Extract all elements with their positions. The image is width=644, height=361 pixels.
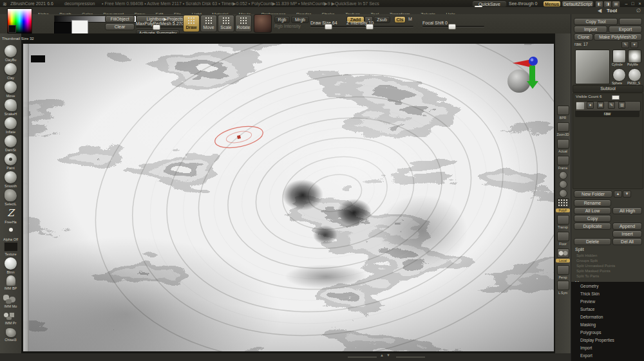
secondary-color-swatch[interactable] — [71, 20, 88, 34]
sculpt-icon[interactable]: ✎ — [608, 102, 615, 109]
section-deformation[interactable]: Deformation — [580, 315, 603, 319]
eye-icon[interactable]: ● — [587, 102, 594, 109]
fillobject-button[interactable]: FillObject — [105, 15, 135, 23]
close-button[interactable]: × — [637, 1, 643, 6]
draw-mode-button[interactable]: Draw — [183, 15, 200, 32]
uv-icon[interactable]: ▥ — [618, 102, 625, 109]
frame-button[interactable]: Frame — [555, 156, 571, 170]
subtool-name[interactable]: raw — [575, 111, 639, 117]
actual-size-button[interactable]: Actual — [555, 139, 571, 153]
panel-circle-icon[interactable]: ∅ — [636, 7, 641, 14]
clone-button[interactable]: Clone — [574, 33, 593, 41]
subtool-section-header[interactable]: Subtool — [573, 85, 643, 93]
recent-tool-sphere[interactable] — [612, 68, 626, 82]
lsym-button[interactable]: L.Sym — [555, 281, 571, 295]
active-tool-thumbnail[interactable] — [575, 50, 610, 84]
recent-tool-pm3d-sphere[interactable] — [628, 68, 641, 82]
brush-slot-icon[interactable]: ✎ — [621, 41, 629, 48]
local-button[interactable]: Local — [555, 248, 571, 263]
stroke-freehand[interactable]: ZFreeHa — [0, 207, 21, 224]
zoom3d-button[interactable]: Zoom3D — [555, 122, 571, 136]
brush-inflate[interactable]: Inflate — [0, 117, 21, 134]
append-button[interactable]: Append — [612, 223, 642, 230]
brush-claybuildup[interactable]: ClayBu — [0, 45, 21, 62]
brush-imm-modeler[interactable]: IMM Mo — [0, 293, 21, 308]
persp-button[interactable]: Persp — [555, 265, 571, 279]
subtool-down-icon[interactable]: ▼ — [623, 190, 631, 198]
all-high-button[interactable]: All High — [612, 207, 642, 214]
brush-select-lasso[interactable]: SelectL — [0, 189, 21, 206]
minimize-button[interactable]: – — [623, 1, 629, 6]
polypaint-icon[interactable]: ▤ — [597, 102, 604, 109]
brush-smooth[interactable]: Smooth — [0, 171, 21, 188]
duplicate-button[interactable]: Duplicate — [574, 223, 611, 230]
rename-button[interactable]: Rename — [574, 199, 611, 207]
section-surface[interactable]: Surface — [580, 307, 594, 311]
scale-mode-button[interactable]: Scale — [218, 15, 234, 32]
rgb-button[interactable]: Rgb — [274, 16, 290, 23]
menus-button[interactable]: Menus — [543, 1, 561, 7]
recent-tool-cylinder[interactable] — [612, 50, 626, 63]
section-display-properties[interactable]: Display Properties — [580, 338, 614, 342]
current-color-swatch[interactable] — [8, 25, 16, 33]
section-masking[interactable]: Masking — [580, 322, 596, 327]
rotate-mode-button[interactable]: Rotate — [235, 15, 252, 32]
restore-button[interactable]: □ — [630, 1, 636, 6]
export-button[interactable]: Export — [609, 26, 642, 33]
sculpt-canvas[interactable] — [23, 44, 554, 351]
insert-button[interactable]: Insert — [612, 230, 642, 237]
brush-clay[interactable]: Clay — [0, 63, 21, 80]
clear-button[interactable]: Clear — [105, 23, 135, 30]
trash-icon[interactable]: ▾ — [630, 41, 638, 48]
section-import[interactable]: Import — [580, 346, 592, 350]
material-thumbnail[interactable] — [254, 14, 272, 33]
brush-paint[interactable]: Paint — [0, 153, 21, 170]
paste-tool-button[interactable] — [619, 18, 642, 25]
del-all-button[interactable]: Del All — [612, 238, 642, 245]
z-intensity-slider[interactable]: Z Intensity 10 — [346, 21, 413, 25]
copy-subtool-button[interactable]: Copy — [574, 215, 611, 222]
see-through-slider[interactable]: See-through 0 — [509, 0, 537, 7]
subtool-up-icon[interactable]: ▲ — [614, 190, 622, 198]
make-polymesh3d-button[interactable]: Make PolyMesh3D — [594, 33, 642, 41]
copy-tool-button[interactable]: Copy Tool — [574, 18, 618, 25]
spin-view-button[interactable] — [555, 189, 571, 198]
default-zscript-button[interactable]: DefaultZScript — [562, 1, 594, 7]
material-slot[interactable]: Blinn — [0, 257, 21, 274]
focal-shift-slider[interactable]: Focal Shift 0 — [422, 21, 484, 25]
subtool-row[interactable]: ● ▤ ✎ ▥ — [575, 101, 641, 111]
brush-move[interactable]: Move — [0, 81, 21, 98]
canvas-black-marker — [31, 55, 45, 62]
tray-divider[interactable]: ▲ ▼ — [348, 355, 425, 360]
main-color-swatch[interactable] — [54, 22, 72, 34]
visible-count-handle[interactable] — [612, 95, 620, 100]
section-polygroups[interactable]: Polygroups — [580, 330, 601, 335]
transparency-button[interactable]: Transp — [555, 215, 571, 229]
delete-button[interactable]: Delete — [574, 238, 611, 245]
import-button[interactable]: Import — [574, 26, 607, 33]
section-preview[interactable]: Preview — [580, 299, 595, 304]
all-low-button[interactable]: All Low — [574, 207, 611, 214]
section-geometry[interactable]: Geometry — [580, 284, 599, 288]
new-folder-button[interactable]: New Folder — [574, 190, 612, 198]
alpha-slot[interactable]: Alpha Off — [0, 225, 21, 241]
floor-button[interactable]: Floor — [555, 232, 571, 246]
texture-slot[interactable]: Texture — [0, 242, 21, 256]
section-export[interactable]: Export — [580, 353, 592, 358]
visible-count-slider[interactable]: Visible Count 6 — [576, 95, 601, 98]
zoom-in-button[interactable] — [555, 180, 571, 189]
brush-damstandard[interactable]: DamSt — [0, 135, 21, 152]
mrgb-button[interactable]: Mrgb — [291, 16, 309, 23]
section-thick-skin[interactable]: Thick Skin — [580, 292, 600, 296]
brush-chisel3d[interactable]: Chisel3 — [0, 328, 21, 342]
panel-back-icon[interactable]: ◀ — [598, 7, 601, 14]
split-section-header[interactable]: Split — [575, 247, 584, 252]
brush-imm-bparts[interactable]: IMM BP — [0, 275, 21, 290]
recent-tool-polymesh-star[interactable] — [628, 50, 641, 63]
polyframe-button[interactable]: PolyF — [555, 198, 571, 212]
brush-snakehook[interactable]: SnakeH — [0, 99, 21, 116]
move-mode-button[interactable]: Move — [200, 15, 217, 32]
brush-imm-primitives[interactable]: IMM Pr — [0, 311, 21, 325]
zoom-out-button[interactable] — [555, 171, 571, 180]
bpr-button[interactable]: BPR — [555, 106, 571, 120]
